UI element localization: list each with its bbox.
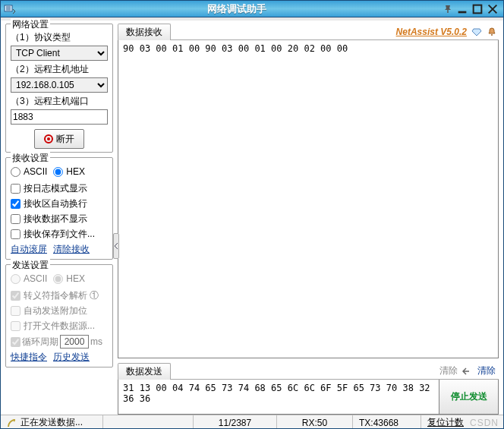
svg-point-2 (491, 34, 493, 36)
auto-scroll-link[interactable]: 自动滚屏 (11, 243, 47, 256)
send-settings-group: 发送设置 ASCII HEX 转义符指令解析 ① 自动发送附加位 打开文件数据源… (5, 264, 113, 367)
status-rx: RX:50 (302, 418, 327, 428)
recv-hex-radio[interactable] (53, 167, 63, 177)
bell-icon[interactable] (487, 27, 497, 37)
host-select[interactable]: 192.168.0.105 (11, 77, 108, 93)
send-ascii-radio (11, 274, 20, 284)
watermark: CSDN (470, 418, 503, 428)
hide-recv-checkbox[interactable] (11, 214, 20, 224)
cycle-unit: ms (90, 336, 102, 347)
maximize-button[interactable] (471, 4, 484, 14)
gem-icon[interactable] (471, 27, 482, 37)
left-panel: 网络设置 （1）协议类型 TCP Client （2）远程主机地址 192.16… (1, 21, 116, 415)
send-status-icon (7, 418, 17, 428)
receive-settings-group: 接收设置 ASCII HEX 按日志模式显示 接收区自动换行 接收数据不显示 接… (5, 157, 113, 260)
menu-icon[interactable] (4, 4, 16, 14)
port-label: （3）远程主机端口 (11, 95, 108, 108)
reset-counter-link[interactable]: 复位计数 (427, 416, 464, 429)
send-textarea[interactable]: 31 13 00 04 74 65 73 74 68 65 6C 6C 6F 5… (118, 380, 439, 415)
svg-rect-1 (474, 5, 482, 13)
receive-textarea[interactable]: 90 03 00 01 00 90 03 00 01 00 20 02 00 0… (118, 40, 499, 358)
minimize-button[interactable] (456, 4, 468, 14)
recv-ascii-radio[interactable] (11, 167, 20, 177)
send-button[interactable]: 停止发送 (439, 380, 499, 415)
tab-data-send[interactable]: 数据发送 (118, 363, 171, 380)
cycle-checkbox (11, 337, 20, 347)
close-button[interactable] (487, 4, 499, 14)
protocol-select[interactable]: TCP Client (11, 46, 108, 61)
quick-cmd-link[interactable]: 快捷指令 (11, 351, 47, 364)
receive-settings-legend: 接收设置 (11, 152, 50, 165)
log-mode-checkbox[interactable] (11, 184, 20, 194)
port-input[interactable] (11, 109, 108, 125)
title-bar: 网络调试助手 (1, 1, 503, 17)
network-settings-legend: 网络设置 (11, 18, 50, 31)
record-icon (44, 134, 53, 144)
clear-recv-link[interactable]: 清除接收 (53, 243, 90, 256)
cycle-label: 循环周期 (22, 336, 58, 349)
version-link[interactable]: NetAssist V5.0.2 (396, 27, 467, 37)
auto-wrap-checkbox[interactable] (11, 199, 20, 209)
history-send-link[interactable]: 历史发送 (53, 351, 90, 364)
open-file-src-checkbox (11, 321, 20, 331)
recv-tabbar: 数据接收 NetAssist V5.0.2 (118, 24, 499, 40)
clear-disabled-label: 清除 (439, 364, 458, 377)
undo-icon[interactable] (462, 366, 473, 377)
escape-parse-checkbox (11, 291, 20, 301)
tab-data-receive[interactable]: 数据接收 (118, 24, 171, 40)
window-title: 网络调试助手 (31, 2, 443, 16)
cycle-input (60, 335, 89, 349)
network-settings-group: 网络设置 （1）协议类型 TCP Client （2）远程主机地址 192.16… (5, 24, 113, 153)
auto-append-checkbox (11, 306, 20, 316)
save-file-checkbox[interactable] (11, 229, 20, 239)
status-tx: TX:43668 (359, 418, 398, 428)
status-message: 正在发送数据... (20, 416, 83, 429)
disconnect-label: 断开 (56, 133, 74, 146)
right-panel: 数据接收 NetAssist V5.0.2 90 03 00 01 00 90 … (116, 21, 503, 415)
status-bar: 正在发送数据... 11/2387 RX:50 TX:43668 复位计数 CS… (1, 415, 503, 429)
pin-icon[interactable] (443, 4, 453, 14)
clear-send-link[interactable]: 清除 (477, 364, 496, 377)
protocol-label: （1）协议类型 (11, 31, 108, 44)
disconnect-button[interactable]: 断开 (34, 129, 84, 149)
send-settings-legend: 发送设置 (11, 259, 50, 272)
expand-handle[interactable] (113, 233, 119, 259)
host-label: （2）远程主机地址 (11, 63, 108, 76)
send-tabbar: 数据发送 清除 清除 (118, 363, 499, 380)
status-counter: 11/2387 (219, 418, 251, 428)
send-hex-radio (53, 274, 63, 284)
